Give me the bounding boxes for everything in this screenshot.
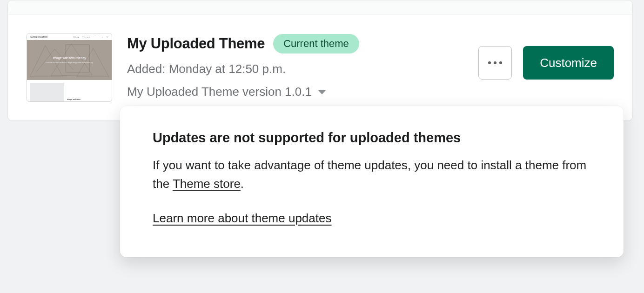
chevron-down-icon [318, 90, 326, 94]
more-actions-button[interactable] [478, 46, 512, 80]
added-timestamp: Added: Monday at 12:50 p.m. [127, 62, 463, 76]
theme-actions: Customize [478, 46, 614, 80]
dot-icon [494, 61, 496, 64]
theme-info: My Uploaded Theme Current theme Added: M… [127, 33, 463, 99]
theme-thumbnail: KAREN SHANNON Shop Theme • • • ⌕ 🛒 Image… [27, 33, 112, 102]
thumbnail-lower: Image with text [27, 80, 112, 102]
title-row: My Uploaded Theme Current theme [127, 34, 463, 53]
thumbnail-hero: Image with text overlay Use this section… [27, 40, 112, 80]
updates-popover: Updates are not supported for uploaded t… [120, 106, 624, 257]
theme-title: My Uploaded Theme [127, 35, 265, 52]
current-theme-badge: Current theme [273, 34, 359, 53]
thumbnail-side-text: Image with text [67, 98, 80, 102]
thumbnail-nav: Shop Theme • • • ⌕ 🛒 [74, 36, 109, 38]
card-body: KAREN SHANNON Shop Theme • • • ⌕ 🛒 Image… [8, 14, 632, 120]
thumbnail-hero-text: Image with text overlay Use this section… [46, 56, 93, 64]
dot-icon [499, 61, 502, 64]
thumbnail-header: KAREN SHANNON Shop Theme • • • ⌕ 🛒 [27, 33, 112, 40]
popover-body: If you want to take advantage of theme u… [153, 156, 591, 193]
version-dropdown[interactable]: My Uploaded Theme version 1.0.1 [127, 85, 326, 99]
popover-heading: Updates are not supported for uploaded t… [153, 130, 591, 146]
thumbnail-hero-sub: Use this section to show a large image w… [46, 61, 93, 64]
version-label: My Uploaded Theme version 1.0.1 [127, 85, 312, 99]
theme-store-link[interactable]: Theme store [173, 177, 241, 191]
learn-more-link[interactable]: Learn more about theme updates [153, 211, 331, 225]
theme-card: KAREN SHANNON Shop Theme • • • ⌕ 🛒 Image… [7, 0, 633, 121]
thumbnail-brand: KAREN SHANNON [30, 36, 47, 38]
customize-button[interactable]: Customize [523, 46, 614, 80]
thumbnail-image-placeholder [30, 83, 64, 102]
card-divider-top [8, 0, 632, 14]
popover-body-suffix: . [241, 177, 244, 191]
dot-icon [488, 61, 491, 64]
thumbnail-hero-title: Image with text overlay [53, 56, 86, 60]
